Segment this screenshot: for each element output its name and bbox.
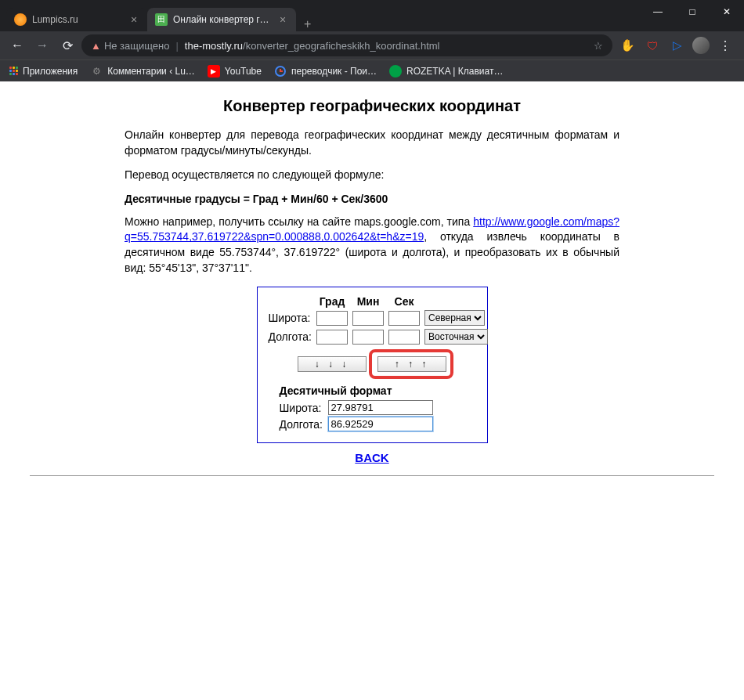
converter-box: Град Мин Сек Широта: Северная Долгота:: [257, 287, 488, 443]
browser-menu-button[interactable]: ⋮: [713, 38, 738, 53]
back-link[interactable]: BACK: [125, 451, 619, 464]
address-bar[interactable]: ▲ Не защищено | the-mostly.ru/konverter_…: [81, 34, 612, 56]
forward-button[interactable]: →: [31, 34, 53, 56]
security-indicator[interactable]: ▲ Не защищено: [91, 40, 169, 52]
close-tab-icon[interactable]: ×: [277, 13, 288, 26]
lon-min-input[interactable]: [352, 330, 384, 345]
bookmark-item[interactable]: переводчик - Пои…: [274, 65, 377, 78]
security-text: Не защищено: [104, 40, 170, 52]
extension-shield-icon[interactable]: 🛡: [645, 38, 659, 52]
lat-direction-select[interactable]: Северная: [424, 310, 485, 326]
lat-sec-input[interactable]: [388, 311, 420, 326]
dec-lon-input[interactable]: [328, 417, 433, 431]
bookmark-label: Приложения: [23, 66, 78, 77]
lon-grad-input[interactable]: [316, 330, 348, 345]
bookmark-label: YouTube: [225, 66, 262, 77]
close-tab-icon[interactable]: ×: [128, 13, 139, 26]
lon-label: Долгота:: [267, 328, 314, 345]
dec-lon-label: Долгота:: [280, 418, 328, 431]
google-icon: [274, 65, 287, 78]
apps-icon: [9, 67, 18, 75]
formula-text: Десятичные градусы = Град + Мин/60 + Сек…: [125, 193, 619, 205]
convert-down-button[interactable]: ↓ ↓ ↓: [298, 356, 367, 372]
lat-label: Широта:: [267, 309, 314, 327]
reload-button[interactable]: ⟳: [56, 34, 78, 56]
divider: [30, 475, 714, 476]
bookmark-item[interactable]: ▶ YouTube: [208, 65, 262, 78]
tab-title: Lumpics.ru: [32, 14, 123, 25]
page-title: Конвертер географических координат: [125, 97, 619, 115]
apps-bookmark[interactable]: Приложения: [9, 66, 78, 77]
page-viewport[interactable]: Конвертер географических координат Онлай…: [0, 81, 744, 700]
url-path: /konverter_geograficheskikh_koordinat.ht…: [243, 40, 439, 52]
favicon-icon: [14, 13, 27, 26]
close-window-button[interactable]: ✕: [710, 0, 744, 23]
bookmark-label: переводчик - Пои…: [291, 66, 377, 77]
minimize-button[interactable]: —: [641, 0, 675, 23]
url-host: the-mostly.ru: [185, 40, 243, 52]
extension-play-icon[interactable]: ▷: [670, 38, 684, 52]
lat-grad-input[interactable]: [316, 311, 348, 326]
new-tab-button[interactable]: +: [296, 17, 319, 31]
bookmark-star-icon[interactable]: ☆: [594, 40, 603, 52]
extension-icon[interactable]: ✋: [620, 38, 634, 52]
header-min: Мин: [351, 295, 385, 308]
lon-sec-input[interactable]: [388, 330, 420, 345]
decimal-header: Десятичный формат: [280, 384, 479, 397]
gear-icon: ⚙: [90, 65, 103, 78]
bookmark-item[interactable]: ⚙ Комментарии ‹ Lu…: [90, 65, 195, 78]
tab-converter[interactable]: 田 Онлайн конвертер географичес ×: [147, 8, 296, 31]
bookmark-item[interactable]: ROZETKA | Клавиат…: [389, 65, 503, 78]
formula-intro: Перевод осуществляется по следующей форм…: [125, 168, 619, 183]
back-button[interactable]: ←: [6, 34, 28, 56]
youtube-icon: ▶: [208, 65, 220, 78]
intro-paragraph: Онлайн конвертер для перевода географиче…: [125, 128, 619, 158]
profile-avatar[interactable]: [692, 37, 710, 54]
maximize-button[interactable]: □: [675, 0, 710, 23]
warning-icon: ▲: [91, 40, 101, 52]
header-grad: Град: [315, 295, 349, 308]
bookmark-label: Комментарии ‹ Lu…: [107, 66, 195, 77]
convert-up-button[interactable]: ↑ ↑ ↑: [377, 356, 446, 372]
example-paragraph: Можно например, получить ссылку на сайте…: [125, 215, 619, 276]
favicon-icon: 田: [155, 13, 168, 26]
tab-title: Онлайн конвертер географичес: [173, 14, 272, 25]
header-sec: Сек: [387, 295, 421, 308]
rozetka-icon: [389, 65, 402, 78]
dec-lat-input[interactable]: [328, 400, 433, 415]
lat-min-input[interactable]: [352, 311, 384, 326]
bookmark-label: ROZETKA | Клавиат…: [406, 66, 503, 77]
tab-lumpics[interactable]: Lumpics.ru ×: [6, 8, 147, 31]
lon-direction-select[interactable]: Восточная: [424, 329, 488, 345]
dec-lat-label: Широта:: [280, 402, 328, 414]
